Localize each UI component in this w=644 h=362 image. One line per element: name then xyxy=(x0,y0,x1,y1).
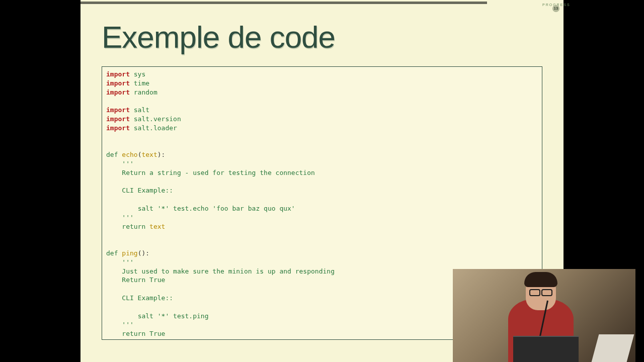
kw-import: import xyxy=(106,88,130,96)
kw-import: import xyxy=(106,79,130,87)
docstring-line: Return a string - used for testing the c… xyxy=(122,169,315,176)
docstring-quote: ''' xyxy=(122,321,133,328)
module-name: sys xyxy=(134,70,145,78)
docstring-line: Return True xyxy=(122,276,165,284)
kw-import: import xyxy=(106,124,130,132)
cli-example: salt '*' test.ping xyxy=(138,312,209,320)
arg-name: text xyxy=(141,151,157,158)
module-name: random xyxy=(134,88,157,96)
kw-def: def xyxy=(106,249,118,257)
docstring-line: CLI Example:: xyxy=(122,294,173,302)
function-name: ping xyxy=(122,249,137,257)
kw-def: def xyxy=(106,151,118,158)
docstring-quote: ''' xyxy=(122,160,133,167)
return-value: True xyxy=(149,330,165,337)
docstring-line: Just used to make sure the minion is up … xyxy=(122,267,335,275)
kw-return: return xyxy=(122,330,145,337)
kw-import: import xyxy=(106,70,130,78)
module-name: time xyxy=(134,79,149,87)
docstring-line: CLI Example:: xyxy=(122,187,173,194)
cli-example: salt '*' test.echo 'foo bar baz quo qux' xyxy=(138,205,295,212)
glasses-icon xyxy=(529,289,552,294)
slide-title: Exemple de code xyxy=(102,19,335,55)
slide-number-badge: 13 xyxy=(552,5,559,12)
function-name: echo xyxy=(122,151,137,158)
laptop-icon xyxy=(513,336,579,362)
paper-stand xyxy=(592,334,634,362)
return-value: text xyxy=(149,223,165,230)
kw-import: import xyxy=(106,115,130,123)
speaker-hair xyxy=(524,272,557,287)
kw-return: return xyxy=(122,223,145,230)
docstring-quote: ''' xyxy=(122,214,133,221)
progress-bar xyxy=(80,2,487,4)
module-name: salt xyxy=(134,106,149,114)
module-name: salt.version xyxy=(134,115,181,123)
speaker-video-overlay xyxy=(453,269,635,362)
module-name: salt.loader xyxy=(134,124,177,132)
kw-import: import xyxy=(106,106,130,114)
docstring-quote: ''' xyxy=(122,258,133,266)
